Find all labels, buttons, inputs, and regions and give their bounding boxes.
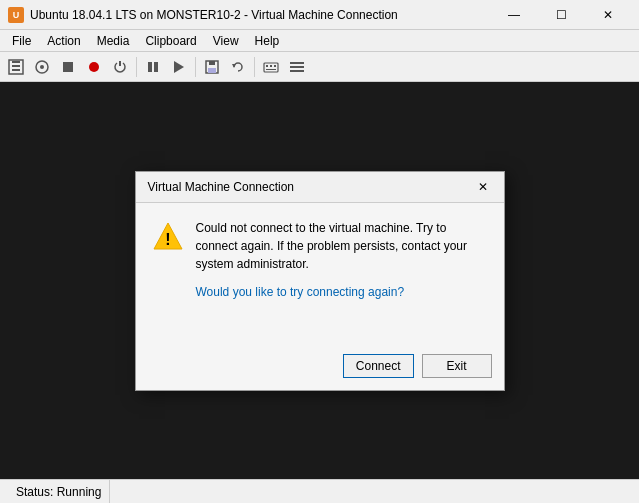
open-button[interactable] [30,55,54,79]
svg-rect-17 [270,65,272,67]
dialog-overlay: Virtual Machine Connection ✕ ! Could not… [0,82,639,479]
status-bar: Status: Running [0,479,639,503]
power-button[interactable] [108,55,132,79]
svg-rect-13 [208,68,216,73]
dialog-content: Could not connect to the virtual machine… [196,219,488,330]
toolbar-separator-2 [195,57,196,77]
svg-rect-15 [264,63,278,72]
svg-rect-9 [154,62,158,72]
svg-rect-20 [290,62,304,64]
toolbar-separator-1 [136,57,137,77]
svg-rect-21 [290,66,304,68]
svg-rect-19 [266,69,276,70]
menu-file[interactable]: File [4,30,39,51]
dialog-title: Virtual Machine Connection [148,180,295,194]
window-title: Ubuntu 18.04.1 LTS on MONSTER10-2 - Virt… [30,8,491,22]
toolbar-separator-3 [254,57,255,77]
svg-rect-12 [209,61,215,65]
svg-rect-18 [274,65,276,67]
status-text: Status: Running [8,480,110,503]
dialog-reconnect-question[interactable]: Would you like to try connecting again? [196,285,488,299]
save-button[interactable] [200,55,224,79]
error-dialog: Virtual Machine Connection ✕ ! Could not… [135,171,505,391]
new-session-button[interactable] [4,55,28,79]
toolbar [0,52,639,82]
main-content-area: Video remoting was disconnected Virtual … [0,82,639,479]
app-icon: U [8,7,24,23]
menu-action[interactable]: Action [39,30,88,51]
svg-rect-22 [290,70,304,72]
svg-rect-16 [266,65,268,67]
svg-point-5 [40,65,44,69]
dialog-body: ! Could not connect to the virtual machi… [136,203,504,346]
close-button[interactable]: ✕ [585,0,631,30]
menu-clipboard[interactable]: Clipboard [137,30,204,51]
dialog-title-bar: Virtual Machine Connection ✕ [136,172,504,203]
svg-rect-3 [12,61,20,63]
svg-text:!: ! [165,231,170,248]
svg-rect-2 [12,69,20,71]
svg-point-7 [89,62,99,72]
stop-button[interactable] [56,55,80,79]
svg-rect-6 [63,62,73,72]
svg-marker-14 [232,64,236,68]
revert-button[interactable] [226,55,250,79]
window-controls: — ☐ ✕ [491,0,631,30]
svg-marker-10 [174,61,184,73]
status-label: Status: Running [16,485,101,499]
dialog-close-button[interactable]: ✕ [474,178,492,196]
minimize-button[interactable]: — [491,0,537,30]
connect-button[interactable]: Connect [343,354,414,378]
menu-media[interactable]: Media [89,30,138,51]
pause-button[interactable] [141,55,165,79]
dialog-footer: Connect Exit [136,346,504,390]
record-button[interactable] [82,55,106,79]
maximize-button[interactable]: ☐ [538,0,584,30]
exit-button[interactable]: Exit [422,354,492,378]
keyboard-button[interactable] [259,55,283,79]
dialog-error-message: Could not connect to the virtual machine… [196,219,488,273]
menu-bar: File Action Media Clipboard View Help [0,30,639,52]
play-button[interactable] [167,55,191,79]
warning-icon: ! [152,221,184,253]
title-bar: U Ubuntu 18.04.1 LTS on MONSTER10-2 - Vi… [0,0,639,30]
svg-rect-1 [12,65,20,67]
menu-view[interactable]: View [205,30,247,51]
settings-button[interactable] [285,55,309,79]
svg-rect-8 [148,62,152,72]
menu-help[interactable]: Help [247,30,288,51]
